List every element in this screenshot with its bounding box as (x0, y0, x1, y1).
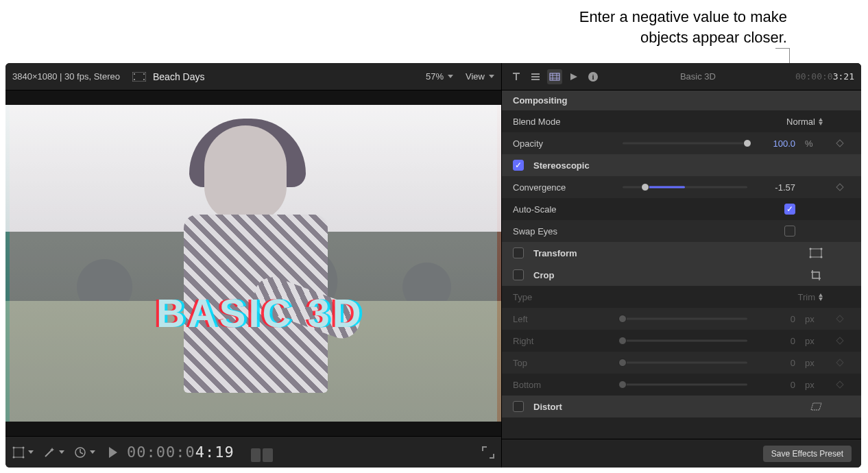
crop-bottom-row: Bottom 0 px (502, 374, 861, 396)
opacity-slider[interactable] (623, 138, 747, 149)
viewer-title-group[interactable]: Beach Days (132, 71, 204, 82)
preview-image: BASIC 3D (5, 105, 501, 422)
autoscale-checkbox[interactable] (784, 204, 795, 215)
stereoscopic-enable-checkbox[interactable] (513, 160, 524, 171)
enhance-tool-popup[interactable] (43, 446, 64, 459)
distort-header: Distort (502, 396, 861, 417)
inspector-pane: i Basic 3D 00:00:03:21 Compositing Blend… (502, 63, 861, 468)
crop-onscreen-icon[interactable] (809, 269, 823, 280)
opacity-value[interactable]: 100.0 (754, 138, 795, 149)
crop-enable-checkbox[interactable] (513, 269, 524, 280)
convergence-keyframe[interactable] (830, 184, 850, 190)
crop-left-row: Left 0 px (502, 308, 861, 330)
crop-right-slider[interactable] (623, 335, 747, 346)
transform-label: Transform (533, 248, 802, 258)
crop-label: Crop (533, 270, 802, 280)
inspector-header: i Basic 3D 00:00:03:21 (502, 63, 861, 90)
svg-rect-11 (550, 73, 559, 80)
blend-mode-label: Blend Mode (513, 117, 616, 127)
retime-tool-popup[interactable] (74, 446, 95, 459)
crop-right-row: Right 0 px (502, 330, 861, 352)
svg-rect-3 (143, 73, 145, 75)
distort-label: Distort (533, 402, 802, 412)
audio-meter[interactable] (251, 443, 273, 462)
chevron-down-icon (90, 450, 95, 454)
svg-rect-2 (134, 79, 135, 80)
opacity-keyframe[interactable] (830, 141, 850, 146)
viewer-header: 3840×1080 | 30 fps, Stereo Beach Days 57… (5, 63, 501, 90)
viewer-canvas[interactable]: BASIC 3D (5, 90, 501, 436)
crop-left-slider[interactable] (623, 313, 747, 324)
timecode-bright: 4:19 (195, 444, 234, 461)
overlay-3d-title: BASIC 3D (156, 290, 364, 336)
transport-timecode[interactable]: 00:00:04:19 (127, 444, 234, 461)
svg-point-17 (810, 256, 812, 258)
fullscreen-button[interactable] (482, 446, 494, 459)
zoom-popup[interactable]: 57% (426, 71, 453, 82)
app-window: 3840×1080 | 30 fps, Stereo Beach Days 57… (5, 63, 861, 468)
inspector-footer: Save Effects Preset (502, 439, 861, 468)
blend-mode-row: Blend Mode Normal (502, 110, 861, 132)
convergence-row: Convergence -1.57 (502, 176, 861, 198)
compositing-header: Compositing (502, 90, 861, 110)
inspector-body: Compositing Blend Mode Normal Opacity 10… (502, 90, 861, 439)
swap-eyes-row: Swap Eyes (502, 220, 861, 242)
stereoscopic-header: Stereoscopic (502, 154, 861, 176)
convergence-slider[interactable] (623, 182, 747, 193)
callout-line2: objects appear closer. (640, 29, 787, 46)
opacity-unit: % (805, 138, 823, 149)
text-inspector-tab[interactable] (509, 69, 524, 84)
crop-bottom-keyframe[interactable] (830, 382, 850, 387)
filmstrip-icon (132, 72, 146, 82)
transform-tool-popup[interactable] (12, 446, 34, 459)
play-button[interactable] (109, 447, 117, 458)
swap-eyes-label: Swap Eyes (513, 226, 616, 236)
generator-inspector-tab[interactable] (528, 69, 543, 84)
stepper-icon (819, 293, 823, 301)
crop-bottom-slider[interactable] (623, 379, 747, 390)
fullscreen-icon (482, 446, 494, 459)
autoscale-label: Auto-Scale (513, 204, 616, 215)
svg-rect-14 (810, 249, 821, 257)
chevron-down-icon (448, 75, 453, 78)
svg-point-16 (821, 248, 823, 250)
crop-top-slider[interactable] (623, 357, 747, 368)
stepper-icon (819, 118, 823, 125)
svg-point-18 (821, 256, 823, 258)
clip-title: Beach Days (153, 71, 204, 82)
convergence-label: Convergence (513, 182, 616, 193)
video-inspector-tab[interactable] (547, 69, 562, 84)
svg-point-6 (13, 446, 15, 448)
svg-point-8 (13, 456, 15, 458)
svg-point-15 (810, 248, 812, 250)
distort-enable-checkbox[interactable] (513, 401, 524, 412)
view-label: View (466, 71, 485, 82)
crop-top-keyframe[interactable] (830, 360, 850, 365)
crop-type-popup[interactable]: Trim (797, 292, 823, 302)
blend-mode-popup[interactable]: Normal (786, 117, 823, 127)
autoscale-row: Auto-Scale (502, 198, 861, 220)
info-inspector-tab[interactable]: i (586, 69, 601, 84)
save-effects-preset-button[interactable]: Save Effects Preset (763, 446, 852, 462)
viewer-pane: 3840×1080 | 30 fps, Stereo Beach Days 57… (5, 63, 502, 468)
svg-text:i: i (592, 73, 594, 81)
distort-onscreen-icon[interactable] (809, 401, 823, 412)
transform-onscreen-icon[interactable] (809, 247, 823, 258)
svg-point-9 (23, 456, 25, 458)
crop-left-keyframe[interactable] (830, 316, 850, 322)
audio-inspector-tab[interactable] (566, 69, 581, 84)
crop-type-label: Type (513, 292, 616, 302)
crop-top-row: Top 0 px (502, 352, 861, 374)
callout-text: Enter a negative value to make objects a… (579, 7, 787, 48)
callout-line1: Enter a negative value to make (579, 8, 787, 25)
crop-header: Crop (502, 264, 861, 286)
svg-point-7 (23, 446, 25, 448)
crop-right-keyframe[interactable] (830, 338, 850, 343)
convergence-value[interactable]: -1.57 (754, 182, 795, 193)
view-popup[interactable]: View (466, 71, 494, 82)
zoom-value: 57% (426, 71, 444, 82)
chevron-down-icon (28, 450, 34, 454)
transform-enable-checkbox[interactable] (513, 247, 524, 258)
chevron-down-icon (59, 450, 64, 454)
swap-eyes-checkbox[interactable] (784, 226, 795, 236)
